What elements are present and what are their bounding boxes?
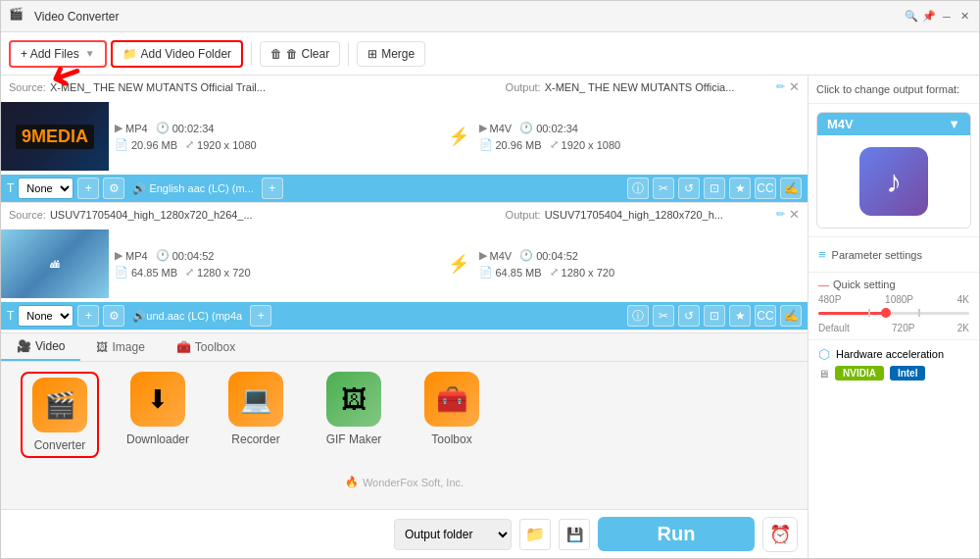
hw-accel-label: Hardware acceleration	[836, 348, 944, 360]
none-select-2[interactable]: None	[18, 305, 74, 327]
out-file-2: 📄	[479, 266, 493, 279]
format-dropdown-icon[interactable]: ▼	[948, 117, 960, 131]
close-btn[interactable]: ✕	[957, 10, 971, 24]
app-gifmaker-btn[interactable]: 🖼 GIF Maker	[315, 372, 393, 446]
edit-icon-2[interactable]: ✏	[776, 208, 785, 221]
cut-2[interactable]: ✂	[653, 305, 674, 327]
clock-icon-2: 🕐	[156, 249, 170, 262]
output-meta-1: ▶ M4V 🕐 00:02:34 📄	[473, 122, 808, 151]
out-format-icon-2: ▶	[479, 249, 487, 262]
tab-image[interactable]: 🖼 Image	[80, 333, 160, 361]
merge-button[interactable]: ⊞ Merge	[357, 41, 425, 67]
content-area: Source: X-MEN_ THE NEW MUTANTS Official …	[1, 76, 979, 558]
out-format-2: ▶ M4V	[479, 249, 513, 262]
search-btn[interactable]: 🔍	[905, 10, 918, 24]
file-item-1-header: Source: X-MEN_ THE NEW MUTANTS Official …	[1, 76, 808, 98]
watermark-1[interactable]: ✍	[780, 178, 802, 199]
folder-open-btn[interactable]: 📁	[519, 519, 551, 550]
meta-row-2b: 📄 64.85 MB ⤢ 1280 x 720	[115, 266, 438, 279]
tab-toolbox[interactable]: 🧰 Toolbox	[161, 333, 251, 361]
add-ctrl-btn-1[interactable]: +	[77, 178, 99, 199]
qs-720p: 720P	[892, 323, 914, 333]
out-res-icon-2: ⤢	[550, 266, 559, 279]
qs-bottom-labels: Default 720P 2K	[818, 323, 969, 333]
info-2[interactable]: ⓘ	[627, 305, 649, 327]
qs-track	[818, 312, 969, 315]
qs-top-labels: 480P 1080P 4K	[818, 294, 969, 305]
none-select-1[interactable]: None	[18, 178, 74, 199]
minimize-btn[interactable]: ─	[940, 10, 954, 24]
clear-button[interactable]: 🗑 🗑 Clear	[260, 41, 340, 67]
intel-chip[interactable]: Intel	[890, 366, 926, 381]
subtitle-1[interactable]: CC	[755, 178, 776, 199]
toolbox-tab-label: Toolbox	[195, 340, 235, 354]
add-audio-2[interactable]: +	[250, 305, 271, 327]
output-folder-select[interactable]: Output folder	[394, 519, 512, 550]
file-meta-1: ▶ MP4 🕐 00:02:34 📄	[109, 122, 444, 151]
pin-btn[interactable]: 📌	[922, 10, 936, 24]
out-format-val-1: M4V	[490, 123, 513, 134]
fx-1[interactable]: ★	[729, 178, 751, 199]
add-folder-button[interactable]: 📁 Add Video Folder	[111, 40, 244, 68]
add-audio-1[interactable]: +	[262, 178, 283, 199]
out-dur-val-2: 00:04:52	[536, 250, 578, 262]
app-downloader-btn[interactable]: ⬇ Downloader	[119, 372, 197, 446]
add-files-arrow[interactable]: ▼	[85, 48, 95, 59]
save-to-btn[interactable]: 💾	[559, 519, 590, 550]
center-column: Source: X-MEN_ THE NEW MUTANTS Official …	[1, 76, 808, 558]
video-tab-label: Video	[35, 339, 65, 353]
qs-thumb[interactable]	[881, 308, 891, 318]
cut-1[interactable]: ✂	[653, 178, 674, 199]
alarm-button[interactable]: ⏰	[762, 517, 798, 552]
meta-row-1a: ▶ MP4 🕐 00:02:34	[115, 122, 438, 134]
out-meta-row-2b: 📄 64.85 MB ⤢ 1280 x 720	[479, 266, 803, 279]
app-recorder-btn[interactable]: 💻 Recorder	[217, 372, 295, 446]
res-2: ⤢ 1280 x 720	[185, 266, 250, 279]
title-bar: 🎬 Video Converter 🔍 📌 ─ ✕	[1, 1, 979, 32]
res-icon-2: ⤢	[185, 266, 194, 279]
size-1: 📄 20.96 MB	[115, 138, 177, 151]
param-settings-row[interactable]: ≡ Parameter settings	[818, 243, 969, 266]
add-ctrl-btn-2[interactable]: +	[77, 305, 99, 327]
settings-ctrl-2[interactable]: ⚙	[103, 305, 124, 327]
info-1[interactable]: ⓘ	[627, 178, 649, 199]
out-size-1: 📄 20.96 MB	[479, 138, 542, 151]
toolbox-label: Toolbox	[431, 432, 471, 446]
settings-ctrl-1[interactable]: ⚙	[103, 178, 124, 199]
video-icon: 🎥	[17, 339, 31, 353]
edit-icon-1[interactable]: ✏	[776, 80, 785, 93]
close-btn-2[interactable]: ✕	[789, 207, 800, 222]
app-converter-btn[interactable]: 🎬 Converter	[21, 372, 99, 458]
format-box[interactable]: M4V ▼ ♪	[816, 112, 971, 229]
out-res-2: ⤢ 1280 x 720	[550, 266, 614, 279]
rotate-1[interactable]: ↺	[678, 178, 700, 199]
app-toolbox-btn[interactable]: 🧰 Toolbox	[413, 372, 491, 446]
watermark-2[interactable]: ✍	[780, 305, 802, 327]
source-label-2: Source:	[9, 209, 46, 221]
out-format-icon-1: ▶	[479, 122, 487, 134]
image-icon: 🖼	[96, 340, 108, 354]
subtitle-2[interactable]: CC	[755, 305, 776, 327]
rotate-2[interactable]: ↺	[678, 305, 700, 327]
crop-2[interactable]: ⊡	[704, 305, 725, 327]
tab-video[interactable]: 🎥 Video	[1, 333, 80, 361]
crop-1[interactable]: ⊡	[704, 178, 725, 199]
toolbox-icon: 🧰	[176, 340, 191, 354]
thumb-placeholder-1: 9MEDIA	[1, 102, 109, 171]
qs-slider[interactable]	[818, 305, 969, 321]
watermark: 🔥 WonderFox Soft, Inc.	[1, 476, 808, 488]
nvidia-chip[interactable]: NVIDIA	[835, 366, 884, 381]
file-item-2-header: Source: USUV71705404_high_1280x720_h264_…	[1, 203, 808, 226]
close-btn-1[interactable]: ✕	[789, 79, 800, 94]
add-files-button[interactable]: + Add Files ▼	[9, 40, 107, 68]
sort-icon-1: T	[7, 181, 14, 195]
clear-label: 🗑 Clear	[286, 47, 329, 61]
right-sidebar: Click to change output format: M4V ▼ ♪ ≡…	[808, 76, 979, 558]
qs-480p: 480P	[818, 294, 841, 305]
size-val-2: 64.85 MB	[131, 267, 177, 279]
output-label-2: Output:	[506, 209, 541, 221]
run-button[interactable]: Run	[598, 517, 755, 551]
fx-2[interactable]: ★	[729, 305, 751, 327]
out-res-1: ⤢ 1920 x 1080	[550, 138, 621, 151]
file-item-1: Source: X-MEN_ THE NEW MUTANTS Official …	[1, 76, 808, 203]
